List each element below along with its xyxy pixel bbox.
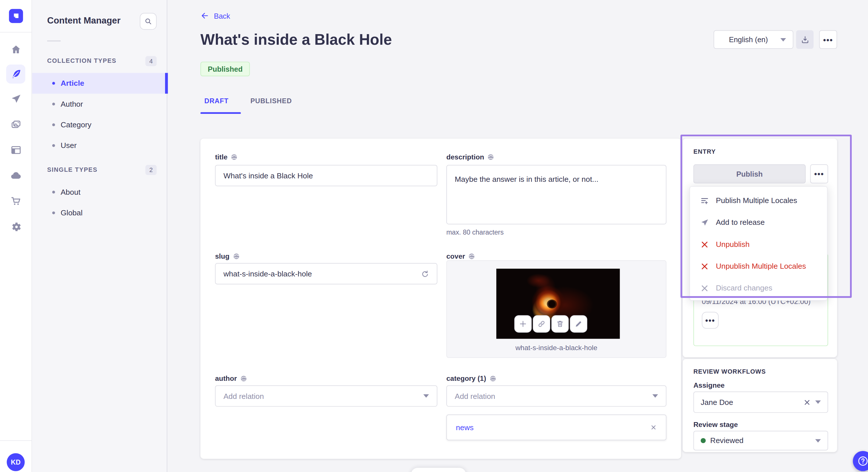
icon-rail: KD <box>0 0 32 472</box>
globe-icon <box>240 375 247 382</box>
export-button[interactable] <box>796 30 814 49</box>
content-manager-subnav: Content Manager COLLECTION TYPES 4 Artic… <box>32 0 167 472</box>
menu-item-label: Unpublish Multiple Locales <box>716 262 806 270</box>
field-label-title: title <box>215 153 238 161</box>
globe-icon <box>488 154 494 160</box>
description-hint: max. 80 characters <box>446 228 504 236</box>
rail-divider <box>0 440 32 441</box>
cover-actions <box>515 315 587 333</box>
menu-item-label: Add to release <box>716 218 765 227</box>
relation-link-news[interactable]: news <box>456 423 650 432</box>
chevron-down-icon <box>652 394 658 398</box>
cover-media-box: what-s-inside-a-black-hole <box>446 260 666 358</box>
content-type-builder-icon[interactable] <box>6 140 26 160</box>
field-label-description: description <box>446 153 494 161</box>
clear-assignee-icon[interactable] <box>803 399 811 406</box>
tab-active-indicator <box>200 112 241 114</box>
bullet-icon <box>52 211 55 214</box>
category-relation-select[interactable]: Add relation <box>446 385 666 407</box>
assignee-combobox[interactable]: Jane Doe <box>693 392 828 413</box>
menu-item-add-to-release[interactable]: Add to release <box>690 211 827 233</box>
assignee-label: Assignee <box>693 381 725 389</box>
sidebar-item-global[interactable]: Global <box>32 202 167 223</box>
category-relation-item: news <box>446 414 666 440</box>
marketplace-cart-icon[interactable] <box>6 191 26 210</box>
back-label: Back <box>214 11 230 20</box>
bottom-floating-pill[interactable] <box>411 468 466 472</box>
collection-types-label: COLLECTION TYPES <box>47 57 116 64</box>
sidebar-item-about[interactable]: About <box>32 182 167 202</box>
user-avatar[interactable]: KD <box>7 453 25 471</box>
copy-link-button[interactable] <box>533 315 550 333</box>
review-workflows-panel: REVIEW WORKFLOWS Assignee Jane Doe Revie… <box>683 359 837 452</box>
pencil-icon <box>575 320 583 328</box>
author-relation-select[interactable]: Add relation <box>215 385 437 407</box>
globe-icon <box>233 253 239 260</box>
sidebar-item-label: Category <box>61 121 91 129</box>
single-types-count: 2 <box>146 165 157 175</box>
regenerate-icon[interactable] <box>421 270 429 278</box>
content-manager-icon[interactable] <box>6 65 26 84</box>
search-button[interactable] <box>140 13 157 30</box>
page-title: What's inside a Black Hole <box>200 32 392 49</box>
download-icon <box>800 35 809 44</box>
edit-media-button[interactable] <box>570 315 587 333</box>
releases-icon[interactable] <box>6 89 26 108</box>
sidebar-item-author[interactable]: Author <box>32 94 167 114</box>
menu-item-unpublish[interactable]: Unpublish <box>690 233 827 255</box>
bullet-icon <box>52 103 55 105</box>
trash-icon <box>556 320 564 328</box>
title-input[interactable]: What's inside a Black Hole <box>215 165 437 186</box>
sidebar-item-category[interactable]: Category <box>32 114 167 135</box>
slug-input[interactable]: what-s-inside-a-black-hole <box>215 263 437 284</box>
category-placeholder: Add relation <box>455 392 652 400</box>
field-label-category: category (1) <box>446 375 496 382</box>
entry-actions-menu: Publish Multiple Locales Add to release … <box>689 186 828 301</box>
title-value: What's inside a Black Hole <box>223 171 313 180</box>
review-stage-combobox[interactable]: Reviewed <box>693 431 828 450</box>
publish-button[interactable]: Publish <box>693 164 806 183</box>
review-stage-value: Reviewed <box>710 436 811 445</box>
settings-gear-icon[interactable] <box>6 217 26 236</box>
remove-relation-icon[interactable] <box>650 424 657 431</box>
tab-published[interactable]: PUBLISHED <box>250 97 291 105</box>
release-more-button[interactable]: ••• <box>702 312 719 329</box>
search-icon <box>144 18 152 25</box>
menu-item-discard-changes[interactable]: Discard changes <box>690 277 827 299</box>
description-textarea[interactable]: Maybe the answer is in this article, or … <box>446 165 666 224</box>
strapi-logo-icon[interactable] <box>9 9 23 23</box>
home-icon[interactable] <box>6 40 26 59</box>
locale-select[interactable]: English (en) <box>714 30 794 49</box>
add-media-button[interactable] <box>515 315 532 333</box>
cross-icon <box>700 262 709 270</box>
globe-icon <box>489 375 496 382</box>
entry-more-button[interactable]: ••• <box>810 164 828 183</box>
globe-icon <box>468 253 475 260</box>
delete-media-button[interactable] <box>551 315 569 333</box>
sidebar-item-article[interactable]: Article <box>32 73 167 94</box>
menu-item-label: Publish Multiple Locales <box>716 196 797 205</box>
chevron-down-icon <box>815 401 821 404</box>
menu-item-unpublish-multiple-locales[interactable]: Unpublish Multiple Locales <box>690 255 827 277</box>
bullet-icon <box>52 191 55 194</box>
entry-panel-title: ENTRY <box>693 148 716 155</box>
link-icon <box>537 320 546 328</box>
media-library-icon[interactable] <box>6 115 26 134</box>
menu-item-publish-multiple-locales[interactable]: Publish Multiple Locales <box>690 190 827 211</box>
chevron-down-icon <box>423 394 429 398</box>
description-value: Maybe the answer is in this article, or … <box>455 175 598 183</box>
deploy-cloud-icon[interactable] <box>6 166 26 185</box>
cross-icon <box>700 240 709 248</box>
more-actions-button[interactable]: ••• <box>819 30 837 49</box>
slug-value: what-s-inside-a-black-hole <box>223 270 421 278</box>
cross-icon <box>700 283 709 293</box>
sidebar-item-user[interactable]: User <box>32 135 167 156</box>
divider <box>47 40 61 42</box>
menu-item-label: Discard changes <box>716 284 772 292</box>
bullet-icon <box>52 144 55 147</box>
tab-draft[interactable]: DRAFT <box>205 97 228 105</box>
back-link[interactable]: Back <box>200 11 230 20</box>
collection-types-count: 4 <box>146 56 157 66</box>
chevron-down-icon <box>815 439 821 442</box>
review-stage-label: Review stage <box>693 421 738 429</box>
